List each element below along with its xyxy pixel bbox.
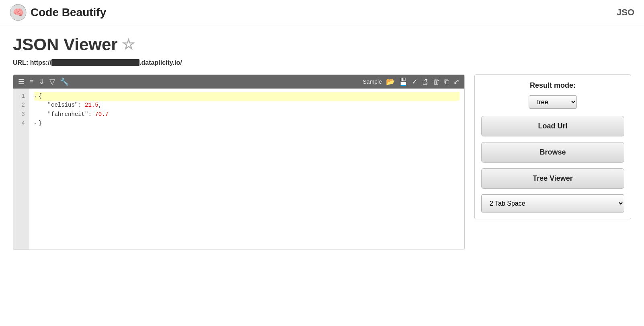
expand-icon[interactable]: ⤢ <box>453 77 459 86</box>
page-title-text: JSON Viewer <box>13 35 118 54</box>
brain-icon: 🧠 <box>10 4 27 21</box>
align-center-icon[interactable]: ≡ <box>29 78 34 86</box>
wrench-icon[interactable]: 🔧 <box>60 77 69 86</box>
open-brace: { <box>39 93 42 99</box>
code-line-4: ▸} <box>34 119 459 128</box>
url-bar: URL: https://obstructive-greyhound-5041.… <box>13 59 631 66</box>
tree-viewer-button[interactable]: Tree Viewer <box>481 168 624 189</box>
header-right-text: JSO <box>617 7 634 18</box>
align-sort-icon[interactable]: ⇓ <box>39 77 45 86</box>
code-line-1: ▾{ <box>34 92 459 101</box>
line-numbers: 1 2 3 4 <box>13 89 29 250</box>
url-suffix: .dataplicity.io/ <box>139 59 182 66</box>
key-fahrenheit: "fahrenheit" <box>48 111 88 118</box>
close-brace: } <box>39 120 42 126</box>
browse-button[interactable]: Browse <box>481 142 624 163</box>
page-title: JSON Viewer ☆ <box>13 35 631 54</box>
app-header: 🧠 Code Beautify JSO <box>0 0 644 25</box>
logo-text: Code Beautify <box>31 6 106 19</box>
val-fahrenheit: 70.7 <box>95 111 109 118</box>
key-celsius: "celsius" <box>48 102 78 108</box>
url-redacted: obstructive-greyhound-5041 <box>51 59 139 66</box>
print-icon[interactable]: 🖨 <box>422 78 429 86</box>
filter-icon[interactable]: ▽ <box>49 77 55 86</box>
sidebar-panel: Result mode: tree text raw Load Url Brow… <box>474 74 631 219</box>
trash-icon[interactable]: 🗑 <box>433 78 440 86</box>
editor-toolbar: ☰ ≡ ⇓ ▽ 🔧 Sample 📂 💾 ✓ 🖨 🗑 ⧉ ⤢ <box>13 75 464 89</box>
code-area[interactable]: ▾{ "celsius": 21.5, "fahrenheit": 70.7 ▸… <box>29 89 464 250</box>
check-icon[interactable]: ✓ <box>412 77 418 86</box>
logo: 🧠 Code Beautify <box>10 4 106 21</box>
val-celsius: 21.5 <box>85 102 98 108</box>
load-url-button[interactable]: Load Url <box>481 116 624 136</box>
mode-select[interactable]: tree text raw <box>529 95 577 109</box>
line-num-3: 3 <box>17 110 25 119</box>
svg-text:🧠: 🧠 <box>13 7 24 18</box>
editor-panel: ☰ ≡ ⇓ ▽ 🔧 Sample 📂 💾 ✓ 🖨 🗑 ⧉ ⤢ <box>13 74 465 250</box>
tab-space-select[interactable]: 2 Tab Space 4 Tab Space Tab <box>481 194 624 213</box>
line-num-1: 1 <box>17 92 25 101</box>
save-icon[interactable]: 💾 <box>399 77 408 86</box>
fold-marker-4[interactable]: ▸ <box>34 121 37 126</box>
star-icon[interactable]: ☆ <box>122 36 135 53</box>
page-content: JSON Viewer ☆ URL: https://obstructive-g… <box>0 25 644 260</box>
align-left-icon[interactable]: ☰ <box>18 77 25 86</box>
mode-select-wrapper: tree text raw <box>481 95 624 109</box>
fold-marker-1[interactable]: ▾ <box>34 94 37 99</box>
result-mode-label: Result mode: <box>481 81 624 90</box>
sample-label: Sample <box>363 78 382 85</box>
toolbar-right: Sample 📂 💾 ✓ 🖨 🗑 ⧉ ⤢ <box>363 77 459 86</box>
line-num-2: 2 <box>17 101 25 109</box>
folder-icon[interactable]: 📂 <box>386 77 395 86</box>
editor-body: 1 2 3 4 ▾{ "celsius": 21.5, "fahrenheit"… <box>13 89 464 250</box>
main-layout: ☰ ≡ ⇓ ▽ 🔧 Sample 📂 💾 ✓ 🖨 🗑 ⧉ ⤢ <box>13 74 631 250</box>
copy-icon[interactable]: ⧉ <box>444 78 449 86</box>
line-num-4: 4 <box>17 119 25 128</box>
code-line-3: "fahrenheit": 70.7 <box>34 110 459 119</box>
code-line-2: "celsius": 21.5, <box>34 101 459 109</box>
url-prefix: URL: https:// <box>13 59 51 66</box>
